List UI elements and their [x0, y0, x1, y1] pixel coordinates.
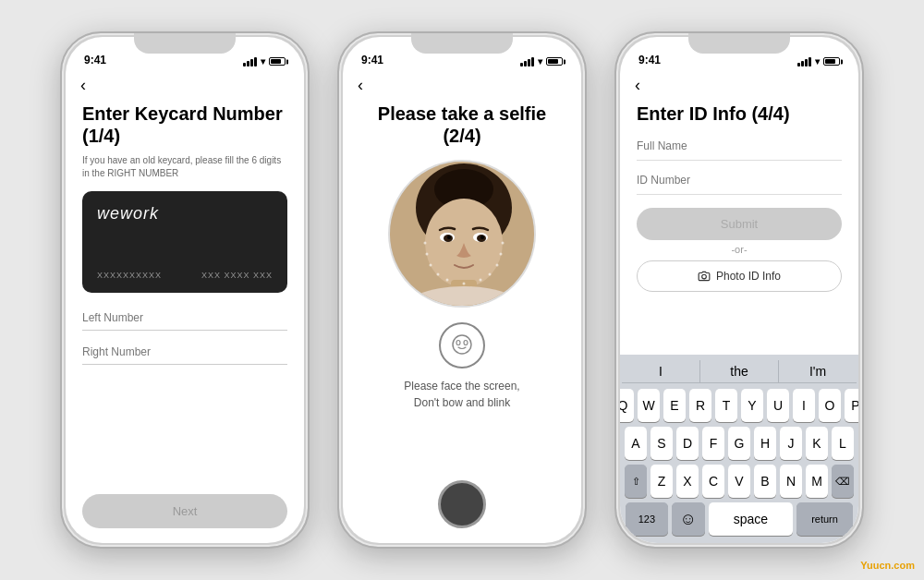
- signal-bar-7: [528, 59, 530, 66]
- page2-content: Please take a selfie (2/4): [343, 99, 581, 543]
- page2-title: Please take a selfie (2/4): [359, 103, 565, 147]
- signal-bar-6: [524, 61, 527, 66]
- key-t[interactable]: T: [715, 389, 737, 422]
- keycard-logo: wework: [97, 204, 273, 224]
- key-x[interactable]: X: [676, 465, 699, 498]
- wifi-icon-1: ▾: [261, 56, 265, 66]
- key-j[interactable]: J: [780, 427, 802, 460]
- wifi-icon-3: ▾: [815, 56, 820, 66]
- key-d[interactable]: D: [676, 427, 699, 460]
- svg-point-13: [426, 253, 429, 256]
- key-s[interactable]: S: [650, 427, 673, 460]
- next-button[interactable]: Next: [82, 494, 287, 528]
- svg-point-20: [496, 264, 499, 267]
- back-button-2[interactable]: ‹: [343, 70, 581, 99]
- selfie-circle: [388, 160, 536, 308]
- watermark: Yuucn.com: [860, 560, 915, 571]
- suggestion-im[interactable]: I'm: [779, 360, 857, 382]
- face-scan-svg: [447, 331, 477, 360]
- face-scan-icon: [439, 322, 485, 369]
- full-name-input[interactable]: [637, 132, 842, 161]
- keyboard-bottom-row: 123 ☺ space return: [622, 502, 857, 536]
- page1-subtitle: If you have an old keycard, please fill …: [82, 154, 287, 180]
- notch-3: [688, 33, 790, 54]
- delete-key[interactable]: ⌫: [832, 465, 854, 498]
- key-p[interactable]: P: [845, 389, 858, 422]
- back-button-1[interactable]: ‹: [66, 70, 304, 99]
- id-number-input[interactable]: [637, 166, 842, 195]
- signal-bar-10: [801, 61, 804, 66]
- key-z[interactable]: Z: [650, 465, 673, 498]
- signal-bars-2: [520, 57, 534, 66]
- suggestion-i[interactable]: I: [622, 360, 700, 382]
- capture-button[interactable]: [438, 480, 486, 528]
- svg-point-15: [437, 273, 440, 276]
- wifi-icon-2: ▾: [538, 56, 542, 66]
- svg-point-25: [464, 341, 468, 345]
- status-icons-1: ▾: [243, 56, 286, 66]
- key-f[interactable]: F: [702, 427, 724, 460]
- key-c[interactable]: C: [702, 465, 724, 498]
- key-r[interactable]: R: [689, 389, 711, 422]
- scan-instruction: Please face the screen, Don't bow and bl…: [404, 378, 519, 411]
- key-l[interactable]: L: [832, 427, 854, 460]
- battery-icon-3: [823, 57, 840, 66]
- left-number-input[interactable]: [82, 306, 287, 331]
- battery-fill-1: [271, 59, 281, 64]
- key-g[interactable]: G: [728, 427, 750, 460]
- key-e[interactable]: E: [663, 389, 686, 422]
- key-h[interactable]: H: [754, 427, 776, 460]
- emoji-key[interactable]: ☺: [672, 502, 705, 536]
- svg-point-14: [430, 264, 432, 267]
- key-w[interactable]: W: [638, 389, 660, 422]
- keycard-numbers: XXXXXXXXXX XXX XXXX XXX: [97, 271, 273, 280]
- key-a[interactable]: A: [625, 427, 647, 460]
- suggestion-the[interactable]: the: [700, 360, 779, 382]
- svg-point-22: [502, 242, 505, 245]
- submit-button[interactable]: Submit: [637, 208, 842, 240]
- key-b[interactable]: B: [754, 465, 776, 498]
- keyboard-row-1: Q W E R T Y U I O P: [622, 389, 857, 422]
- page3-content: Enter ID Info (4/4) Submit -or- Photo ID…: [620, 99, 858, 355]
- key-i[interactable]: I: [793, 389, 815, 422]
- status-icons-3: ▾: [797, 56, 840, 66]
- svg-point-26: [702, 274, 707, 279]
- back-button-3[interactable]: ‹: [620, 70, 858, 99]
- keyboard-row-2: A S D F G H J K L: [622, 427, 857, 460]
- key-k[interactable]: K: [806, 427, 828, 460]
- screen-content-2: ‹ Please take a selfie (2/4): [343, 70, 581, 543]
- svg-point-19: [489, 273, 492, 276]
- keyboard-suggestions: I the I'm: [622, 360, 857, 383]
- right-number-input[interactable]: [82, 340, 287, 365]
- keycard-number-left: XXXXXXXXXX: [97, 271, 162, 280]
- svg-point-17: [463, 283, 466, 285]
- photo-id-button[interactable]: Photo ID Info: [637, 260, 842, 292]
- numbers-key[interactable]: 123: [626, 502, 668, 536]
- page3-title: Enter ID Info (4/4): [637, 103, 842, 125]
- svg-point-21: [500, 253, 503, 256]
- keyboard-row-3: ⇧ Z X C V B N M ⌫: [622, 465, 857, 498]
- signal-bar-9: [797, 63, 800, 66]
- key-y[interactable]: Y: [741, 389, 763, 422]
- svg-point-12: [424, 242, 427, 245]
- screen-content-3: ‹ Enter ID Info (4/4) Submit -or- Photo …: [620, 70, 858, 543]
- key-v[interactable]: V: [728, 465, 750, 498]
- key-m[interactable]: M: [806, 465, 828, 498]
- status-time-1: 9:41: [84, 54, 106, 66]
- return-key[interactable]: return: [796, 502, 853, 536]
- page1-title: Enter Keycard Number (1/4): [82, 103, 287, 147]
- svg-point-23: [453, 335, 471, 354]
- key-u[interactable]: U: [767, 389, 789, 422]
- space-key[interactable]: space: [709, 502, 793, 536]
- key-n[interactable]: N: [780, 465, 802, 498]
- signal-bar-5: [520, 63, 523, 66]
- battery-icon-1: [269, 57, 286, 66]
- svg-point-24: [456, 341, 460, 345]
- shift-key[interactable]: ⇧: [625, 465, 647, 498]
- key-o[interactable]: O: [819, 389, 841, 422]
- signal-bar-2: [247, 61, 249, 66]
- key-q[interactable]: Q: [620, 389, 634, 422]
- battery-fill-3: [825, 59, 835, 64]
- keycard: wework XXXXXXXXXX XXX XXXX XXX: [82, 191, 287, 293]
- signal-bar-8: [531, 57, 534, 66]
